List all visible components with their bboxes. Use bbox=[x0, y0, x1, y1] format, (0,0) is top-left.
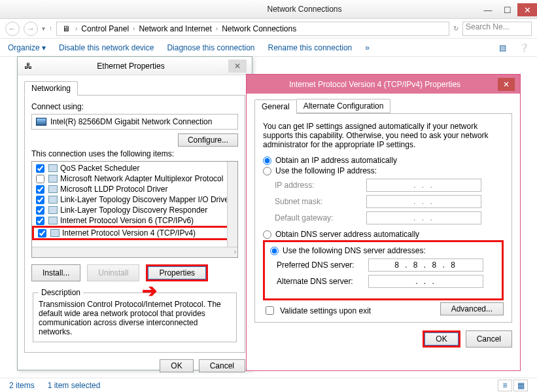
view-details-button[interactable]: ≡ bbox=[498, 380, 512, 391]
radio-manual-ip-input[interactable] bbox=[263, 167, 271, 175]
item-label: Internet Protocol Version 6 (TCP/IPv6) bbox=[60, 216, 194, 225]
tab-alternate[interactable]: Alternate Configuration bbox=[296, 99, 391, 113]
tab-general[interactable]: General bbox=[254, 99, 297, 114]
forward-button[interactable]: → bbox=[24, 22, 38, 36]
alternate-dns-input[interactable]: . . . bbox=[368, 275, 483, 288]
close-button[interactable]: ✕ bbox=[498, 78, 515, 91]
radio-auto-dns-input[interactable] bbox=[263, 230, 271, 239]
advanced-button[interactable]: Advanced... bbox=[440, 302, 504, 315]
view-large-button[interactable]: ▦ bbox=[513, 380, 528, 391]
cancel-button[interactable]: Cancel bbox=[466, 330, 512, 347]
preferred-dns-label: Preferred DNS server: bbox=[277, 260, 368, 270]
components-listbox[interactable]: QoS Packet SchedulerMicrosoft Network Ad… bbox=[31, 161, 238, 258]
cmd-rename[interactable]: Rename this connection bbox=[268, 43, 353, 52]
item-checkbox[interactable] bbox=[36, 185, 44, 194]
close-button[interactable]: ✕ bbox=[228, 60, 247, 73]
list-item[interactable]: Internet Protocol Version 6 (TCP/IPv6) bbox=[32, 215, 237, 226]
explorer-titlebar: Network Connections — ☐ ✕ bbox=[0, 0, 537, 19]
history-dropdown-icon[interactable]: ▾ bbox=[42, 25, 45, 32]
cmd-diagnose[interactable]: Diagnose this connection bbox=[167, 43, 254, 52]
item-checkbox[interactable] bbox=[36, 164, 44, 173]
radio-manual-dns[interactable]: Use the following DNS server addresses: bbox=[270, 246, 496, 255]
ok-button[interactable]: OK bbox=[424, 332, 458, 346]
list-item[interactable]: Microsoft LLDP Protocol Driver bbox=[32, 184, 237, 194]
protocol-icon bbox=[48, 175, 58, 183]
subnet-label: Subnet mask: bbox=[275, 197, 366, 206]
breadcrumb-part[interactable]: Network Connections bbox=[222, 24, 296, 33]
radio-auto-ip[interactable]: Obtain an IP address automatically bbox=[263, 156, 504, 165]
radio-manual-dns-input[interactable] bbox=[270, 247, 279, 255]
dns-section-highlight: Use the following DNS server addresses: … bbox=[263, 240, 504, 300]
cmd-disable[interactable]: Disable this network device bbox=[59, 43, 154, 52]
search-input[interactable]: Search Ne... bbox=[462, 22, 532, 36]
subnet-input: . . . bbox=[366, 195, 481, 208]
item-checkbox[interactable] bbox=[38, 229, 46, 238]
description-group: Description Transmission Control Protoco… bbox=[33, 288, 237, 342]
list-item[interactable]: Link-Layer Topology Discovery Responder bbox=[32, 205, 237, 215]
ipv4-titlebar: Internet Protocol Version 4 (TCP/IPv4) P… bbox=[247, 75, 520, 94]
command-bar: Organize ▾ Disable this network device D… bbox=[0, 39, 537, 57]
validate-checkbox[interactable] bbox=[266, 306, 274, 315]
item-label: Link-Layer Topology Discovery Responder bbox=[60, 205, 207, 215]
ok-button[interactable]: OK bbox=[160, 359, 193, 372]
item-checkbox[interactable] bbox=[36, 217, 44, 225]
gateway-input: . . . bbox=[366, 211, 481, 224]
help-icon[interactable]: ❔ bbox=[519, 43, 529, 52]
ip-address-label: IP address: bbox=[275, 181, 366, 190]
ipv4-intro-text: You can get IP settings assigned automat… bbox=[263, 122, 504, 149]
configure-button[interactable]: Configure... bbox=[178, 134, 238, 147]
status-bar: 2 items 1 item selected ≡ ▦ bbox=[0, 378, 537, 392]
radio-auto-ip-input[interactable] bbox=[263, 156, 271, 165]
breadcrumb-part[interactable]: Control Panel bbox=[81, 24, 129, 33]
organize-menu[interactable]: Organize ▾ bbox=[8, 43, 46, 52]
item-label: Microsoft Network Adapter Multiplexor Pr… bbox=[60, 174, 223, 183]
tab-networking[interactable]: Networking bbox=[24, 81, 78, 96]
install-button[interactable]: Install... bbox=[31, 264, 80, 281]
annotation-arrow-icon: ➔ bbox=[142, 280, 157, 302]
scrollbar-horizontal[interactable]: › bbox=[32, 247, 237, 257]
status-selected: 1 item selected bbox=[48, 381, 101, 390]
list-item[interactable]: Link-Layer Topology Discovery Mapper I/O… bbox=[32, 194, 237, 205]
item-label: QoS Packet Scheduler bbox=[60, 164, 139, 173]
protocol-icon bbox=[48, 196, 58, 204]
gateway-label: Default gateway: bbox=[275, 213, 366, 223]
adapter-field: Intel(R) 82566DM Gigabit Network Connect… bbox=[31, 114, 238, 130]
scrollbar-vertical[interactable] bbox=[227, 162, 237, 247]
alternate-dns-label: Alternate DNS server: bbox=[277, 277, 368, 286]
ethernet-titlebar: 🖧 Ethernet Properties ✕ bbox=[18, 57, 252, 75]
item-checkbox[interactable] bbox=[36, 175, 44, 183]
breadcrumb[interactable]: 🖥 › Control Panel › Network and Internet… bbox=[56, 22, 449, 36]
nic-icon bbox=[36, 118, 46, 126]
list-item[interactable]: QoS Packet Scheduler bbox=[32, 163, 237, 173]
explorer-title: Network Connections bbox=[131, 5, 478, 14]
protocol-icon bbox=[48, 206, 58, 214]
list-item[interactable]: Internet Protocol Version 4 (TCP/IPv4) bbox=[32, 226, 237, 240]
item-checkbox[interactable] bbox=[36, 196, 44, 204]
protocol-icon bbox=[50, 229, 60, 237]
up-button[interactable]: ↑ bbox=[49, 25, 52, 32]
address-bar: ← → ▾ ↑ 🖥 › Control Panel › Network and … bbox=[0, 19, 537, 39]
uninstall-button: Uninstall bbox=[87, 264, 139, 281]
maximize-button[interactable]: ☐ bbox=[498, 3, 517, 16]
cmd-more[interactable]: » bbox=[365, 43, 370, 52]
back-button[interactable]: ← bbox=[5, 22, 20, 36]
protocol-icon bbox=[48, 185, 58, 193]
cancel-button[interactable]: Cancel bbox=[199, 359, 245, 372]
list-item[interactable]: Microsoft Network Adapter Multiplexor Pr… bbox=[32, 173, 237, 184]
properties-button[interactable]: Properties bbox=[148, 266, 206, 279]
view-icon[interactable]: ▤ bbox=[499, 43, 506, 52]
ipv4-title: Internet Protocol Version 4 (TCP/IPv4) P… bbox=[252, 80, 498, 89]
breadcrumb-part[interactable]: Network and Internet bbox=[139, 24, 211, 33]
close-button[interactable]: ✕ bbox=[517, 3, 537, 16]
network-icon: 🖧 bbox=[23, 61, 33, 71]
refresh-icon[interactable]: ↻ bbox=[453, 25, 459, 32]
protocol-icon bbox=[48, 164, 58, 172]
minimize-button[interactable]: — bbox=[478, 3, 498, 16]
item-checkbox[interactable] bbox=[36, 206, 44, 215]
ethernet-properties-dialog: 🖧 Ethernet Properties ✕ Networking Conne… bbox=[17, 56, 252, 370]
ethernet-title: Ethernet Properties bbox=[33, 62, 228, 71]
preferred-dns-input[interactable]: 8 . 8 . 8 . 8 bbox=[368, 258, 483, 272]
item-label: Microsoft LLDP Protocol Driver bbox=[60, 185, 168, 194]
radio-manual-ip[interactable]: Use the following IP address: bbox=[263, 166, 504, 175]
radio-auto-dns[interactable]: Obtain DNS server address automatically bbox=[263, 230, 504, 239]
